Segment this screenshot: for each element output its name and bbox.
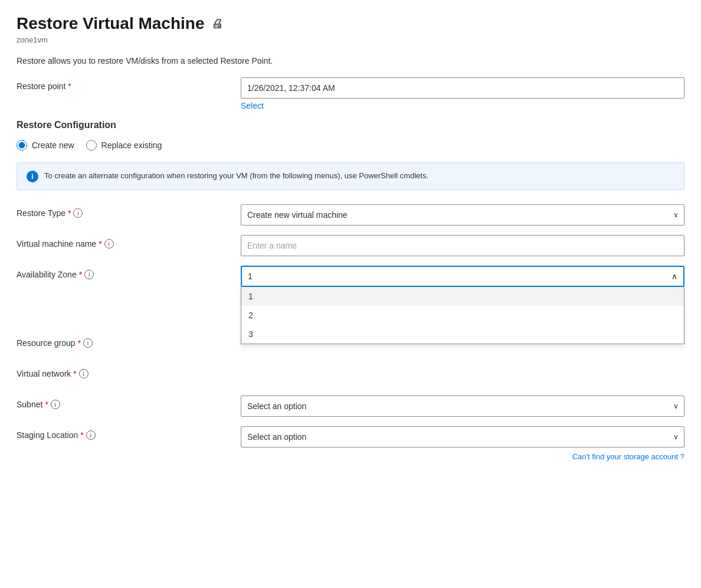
availability-zone-value: 1 xyxy=(248,272,253,281)
restore-type-dropdown-wrapper: Create new virtual machine Restore disks… xyxy=(241,204,684,226)
staging-location-select[interactable]: Select an option xyxy=(241,426,684,447)
az-option-3[interactable]: 3 xyxy=(241,325,684,344)
restore-point-label: Restore point * xyxy=(17,77,241,91)
staging-location-info-icon[interactable]: i xyxy=(86,430,96,440)
availability-zone-row: Availability Zone * i 1 ∧ 1 2 3 xyxy=(17,266,684,287)
required-marker: * xyxy=(68,81,71,91)
availability-zone-field[interactable]: 1 ∧ xyxy=(241,266,684,287)
subnet-info-icon[interactable]: i xyxy=(51,400,60,409)
subnet-row: Subnet * i Select an option ∨ xyxy=(17,396,684,417)
restore-type-control: Create new virtual machine Restore disks… xyxy=(241,204,684,226)
vm-name-label: Virtual machine name * i xyxy=(17,235,241,249)
virtual-network-row: Virtual network * i xyxy=(17,365,684,386)
availability-zone-control: 1 ∧ 1 2 3 xyxy=(241,266,684,287)
replace-existing-option[interactable]: Replace existing xyxy=(86,140,162,151)
replace-existing-radio[interactable] xyxy=(86,140,97,151)
create-new-option[interactable]: Create new xyxy=(17,140,74,151)
page-header: Restore Virtual Machine 🖨 zone1vm xyxy=(17,14,684,44)
page-title: Restore Virtual Machine 🖨 xyxy=(17,14,684,33)
az-option-2[interactable]: 2 xyxy=(241,306,684,325)
create-new-radio[interactable] xyxy=(17,140,27,151)
restore-point-control: 1/26/2021, 12:37:04 AM Select xyxy=(241,77,684,110)
page-description: Restore allows you to restore VM/disks f… xyxy=(17,56,684,66)
az-option-1[interactable]: 1 xyxy=(241,287,684,306)
cant-find-storage-link[interactable]: Can't find your storage account ? xyxy=(241,452,684,461)
select-restore-point-link[interactable]: Select xyxy=(241,101,684,110)
restore-type-row: Restore Type * i Create new virtual mach… xyxy=(17,204,684,226)
title-text: Restore Virtual Machine xyxy=(17,14,204,33)
restore-point-row: Restore point * 1/26/2021, 12:37:04 AM S… xyxy=(17,77,684,110)
subtitle: zone1vm xyxy=(17,35,684,44)
restore-type-info-icon[interactable]: i xyxy=(73,208,83,218)
vm-name-input[interactable] xyxy=(241,235,684,256)
staging-location-control: Select an option ∨ Can't find your stora… xyxy=(241,426,684,461)
availability-zone-menu: 1 2 3 xyxy=(241,287,684,344)
form-section: Restore Type * i Create new virtual mach… xyxy=(17,204,684,461)
subnet-control: Select an option ∨ xyxy=(241,396,684,417)
restore-config-title: Restore Configuration xyxy=(17,120,684,130)
create-new-label: Create new xyxy=(32,141,74,150)
staging-location-label: Staging Location * i xyxy=(17,426,241,440)
info-banner: i To create an alternate configuration w… xyxy=(17,162,684,190)
availability-zone-dropdown-wrapper: 1 ∧ 1 2 3 xyxy=(241,266,684,287)
staging-location-dropdown-wrapper: Select an option ∨ xyxy=(241,426,684,447)
replace-existing-label: Replace existing xyxy=(101,141,162,150)
info-banner-text: To create an alternate configuration whe… xyxy=(44,170,428,182)
vm-name-info-icon[interactable]: i xyxy=(104,239,114,249)
availability-zone-chevron-icon: ∧ xyxy=(671,272,677,281)
restore-config-radio-group: Create new Replace existing xyxy=(17,140,684,151)
subnet-label: Subnet * i xyxy=(17,396,241,409)
subnet-select[interactable]: Select an option xyxy=(241,396,684,417)
restore-type-select[interactable]: Create new virtual machine Restore disks xyxy=(241,204,684,226)
resource-group-label: Resource group * i xyxy=(17,334,241,348)
restore-type-label: Restore Type * i xyxy=(17,204,241,218)
vm-name-row: Virtual machine name * i xyxy=(17,235,684,256)
restore-point-value: 1/26/2021, 12:37:04 AM xyxy=(241,77,684,99)
staging-location-row: Staging Location * i Select an option ∨ … xyxy=(17,426,684,461)
vm-name-control xyxy=(241,235,684,256)
resource-group-info-icon[interactable]: i xyxy=(83,338,93,348)
virtual-network-info-icon[interactable]: i xyxy=(79,369,89,378)
availability-zone-info-icon[interactable]: i xyxy=(84,270,94,279)
virtual-network-label: Virtual network * i xyxy=(17,365,241,378)
subnet-dropdown-wrapper: Select an option ∨ xyxy=(241,396,684,417)
info-banner-icon: i xyxy=(27,171,38,182)
print-icon[interactable]: 🖨 xyxy=(211,17,223,31)
availability-zone-label: Availability Zone * i xyxy=(17,266,241,279)
